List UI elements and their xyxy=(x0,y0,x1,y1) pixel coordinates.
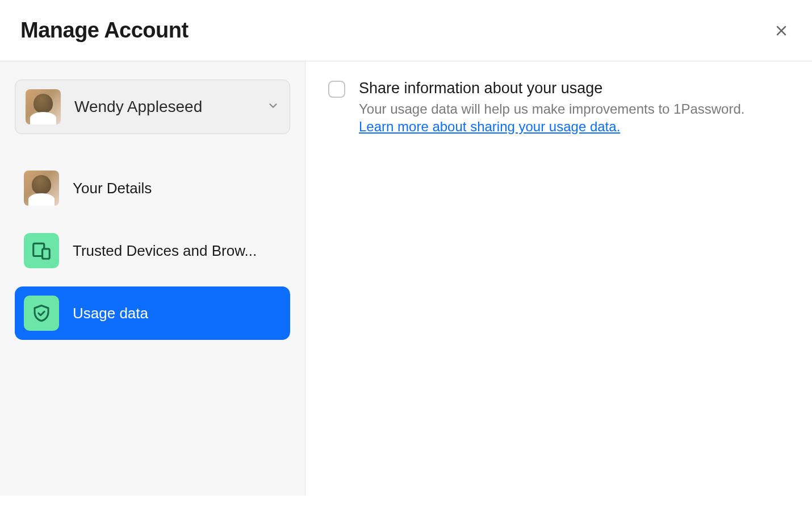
main-content: Share information about your usage Your … xyxy=(305,61,812,496)
account-name: Wendy Appleseed xyxy=(74,98,267,116)
devices-icon xyxy=(24,233,59,268)
close-icon xyxy=(775,24,788,38)
sidebar-item-label: Trusted Devices and Brow... xyxy=(73,242,257,260)
chevron-down-icon xyxy=(267,99,279,114)
sidebar-item-label: Your Details xyxy=(73,180,152,197)
setting-title: Share information about your usage xyxy=(359,80,789,97)
container: Wendy Appleseed Your Details Trusted Dev… xyxy=(0,61,812,496)
shield-icon xyxy=(24,296,59,331)
sidebar-item-label: Usage data xyxy=(73,305,148,322)
learn-more-link[interactable]: Learn more about sharing your usage data… xyxy=(359,119,620,135)
svg-rect-3 xyxy=(43,249,50,259)
account-selector[interactable]: Wendy Appleseed xyxy=(15,80,290,134)
page-title: Manage Account xyxy=(20,18,189,43)
sidebar-item-your-details[interactable]: Your Details xyxy=(15,161,290,215)
sidebar: Wendy Appleseed Your Details Trusted Dev… xyxy=(0,61,305,496)
close-button[interactable] xyxy=(772,22,790,40)
share-usage-checkbox[interactable] xyxy=(328,81,345,98)
setting-share-usage: Share information about your usage Your … xyxy=(328,80,789,135)
header: Manage Account xyxy=(0,0,812,61)
avatar xyxy=(26,89,61,124)
sidebar-item-usage-data[interactable]: Usage data xyxy=(15,286,290,340)
setting-description: Your usage data will help us make improv… xyxy=(359,99,789,119)
sidebar-item-trusted-devices[interactable]: Trusted Devices and Brow... xyxy=(15,224,290,277)
avatar-icon xyxy=(24,171,59,206)
setting-content: Share information about your usage Your … xyxy=(359,80,789,135)
